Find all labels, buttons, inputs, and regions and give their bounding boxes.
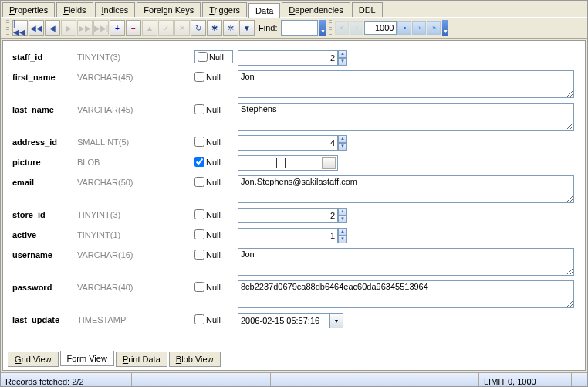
null-cell: Null: [194, 280, 233, 292]
filter-icon[interactable]: ▼: [239, 20, 255, 36]
field-row-store-id: store_id TINYINT(3) Null ▲▼: [12, 208, 576, 225]
null-cell: Null: [194, 228, 233, 239]
tab-indices[interactable]: Indices: [95, 2, 136, 17]
field-row-password: password VARCHAR(40) Null: [12, 280, 576, 310]
field-row-active: active TINYINT(1) Null ▲▼: [12, 228, 576, 245]
last-record-icon[interactable]: ▶▶|: [93, 20, 109, 36]
null-checkbox[interactable]: [194, 104, 204, 114]
value-input[interactable]: [238, 228, 338, 243]
field-type: VARCHAR(45): [77, 70, 133, 82]
find-input[interactable]: [281, 20, 318, 36]
tab-grid-view[interactable]: Grid View: [8, 352, 59, 367]
tab-foreign-keys[interactable]: Foreign Keys: [137, 2, 201, 17]
pager-last-icon[interactable]: »: [427, 21, 441, 35]
edit-record-icon[interactable]: ▲: [142, 20, 157, 36]
pager-drop-icon[interactable]: ▼: [442, 20, 448, 36]
tab-data[interactable]: Data: [248, 3, 280, 18]
find-drop-icon[interactable]: ▼: [319, 20, 326, 36]
spin-down-icon[interactable]: ▼: [338, 236, 347, 243]
tab-fields[interactable]: Fields: [56, 2, 93, 17]
next-record-icon[interactable]: ▶: [61, 20, 76, 36]
status-cell: [572, 373, 587, 387]
commit-icon[interactable]: ✓: [158, 20, 174, 36]
field-type: TINYINT(3): [77, 208, 120, 219]
field-row-last-update: last_update TIMESTAMP Null ▼: [12, 313, 576, 330]
field-type: VARCHAR(16): [77, 248, 133, 260]
delete-record-icon[interactable]: −: [126, 20, 141, 36]
pager-prev-icon[interactable]: ‹: [350, 21, 363, 35]
null-checkbox[interactable]: [198, 52, 208, 62]
pager-first-icon[interactable]: «: [335, 21, 349, 35]
field-row-last-name: last_name VARCHAR(45) Null: [12, 103, 576, 132]
spin-up-icon[interactable]: ▲: [338, 228, 347, 236]
field-name: last_name: [12, 103, 74, 114]
value-input[interactable]: [238, 280, 574, 308]
null-cell: Null: [194, 155, 233, 167]
field-type: TINYINT(1): [77, 228, 120, 239]
tab-blob-view[interactable]: Blob View: [169, 352, 221, 367]
tab-properties[interactable]: Properties: [2, 2, 55, 17]
browse-button[interactable]: …: [322, 157, 336, 169]
field-row-staff-id: staff_id TINYINT(3) Null ▲▼: [12, 50, 576, 67]
field-row-address-id: address_id SMALLINT(5) Null ▲▼: [12, 135, 576, 152]
null-checkbox[interactable]: [194, 157, 204, 167]
pager-next-icon[interactable]: ›: [412, 21, 426, 35]
null-checkbox[interactable]: [194, 250, 204, 260]
prev-page-icon[interactable]: ◀◀: [29, 20, 44, 36]
value-input[interactable]: [238, 70, 574, 98]
field-type: TIMESTAMP: [77, 313, 126, 324]
insert-record-icon[interactable]: +: [110, 20, 125, 36]
tabs-bottom: Grid View Form View Print Data Blob View: [8, 352, 222, 367]
first-record-icon[interactable]: |◀◀: [12, 20, 28, 36]
find-label: Find:: [259, 23, 277, 32]
value-input[interactable]: [238, 313, 330, 328]
spin-up-icon[interactable]: ▲: [338, 208, 347, 216]
field-name: store_id: [12, 208, 74, 219]
spin-down-icon[interactable]: ▼: [338, 143, 347, 151]
field-type: SMALLINT(5): [77, 135, 129, 147]
status-cell: [201, 373, 271, 387]
bookmark-icon[interactable]: ✱: [207, 20, 222, 36]
null-checkbox[interactable]: [194, 229, 204, 239]
form-area: staff_id TINYINT(3) Null ▲▼ first_name V…: [6, 47, 582, 336]
toolbar-grip: [6, 20, 9, 36]
null-checkbox[interactable]: [194, 314, 204, 324]
pager-edit-icon[interactable]: ▪: [397, 21, 411, 35]
calendar-drop-icon[interactable]: ▼: [329, 313, 343, 328]
null-cell: Null: [194, 175, 233, 187]
null-checkbox[interactable]: [194, 282, 204, 292]
cancel-icon[interactable]: ✕: [174, 20, 190, 36]
null-checkbox[interactable]: [194, 209, 204, 219]
spin-up-icon[interactable]: ▲: [338, 50, 347, 58]
tab-ddl[interactable]: DDL: [352, 2, 383, 17]
field-row-email: email VARCHAR(50) Null: [12, 175, 576, 205]
field-type: TINYINT(3): [77, 50, 120, 62]
tab-print-data[interactable]: Print Data: [116, 352, 167, 367]
tab-triggers[interactable]: Triggers: [202, 2, 247, 17]
prev-record-icon[interactable]: ◀: [45, 20, 60, 36]
null-checkbox[interactable]: [194, 72, 204, 82]
value-input[interactable]: [238, 135, 338, 151]
spin-down-icon[interactable]: ▼: [338, 58, 347, 66]
refresh-icon[interactable]: ↻: [191, 20, 206, 36]
value-input[interactable]: [238, 50, 338, 66]
null-cell: Null: [194, 103, 233, 114]
field-name: password: [12, 280, 74, 292]
tab-dependencies[interactable]: Dependencies: [282, 2, 350, 17]
spin-up-icon[interactable]: ▲: [338, 135, 347, 143]
tab-form-view[interactable]: Form View: [60, 351, 114, 366]
value-input[interactable]: [238, 175, 574, 203]
field-name: username: [12, 248, 74, 260]
goto-bookmark-icon[interactable]: ✲: [223, 20, 238, 36]
value-input[interactable]: [238, 208, 338, 223]
status-cell: [340, 373, 479, 387]
null-checkbox[interactable]: [194, 137, 204, 147]
null-checkbox[interactable]: [194, 177, 204, 187]
value-input[interactable]: [238, 248, 574, 276]
pager-input[interactable]: [364, 21, 397, 35]
field-name: active: [12, 228, 74, 239]
value-input[interactable]: [238, 103, 574, 131]
spin-down-icon[interactable]: ▼: [338, 216, 347, 223]
next-page-icon[interactable]: ▶▶: [77, 20, 93, 36]
field-type: VARCHAR(40): [77, 280, 133, 292]
